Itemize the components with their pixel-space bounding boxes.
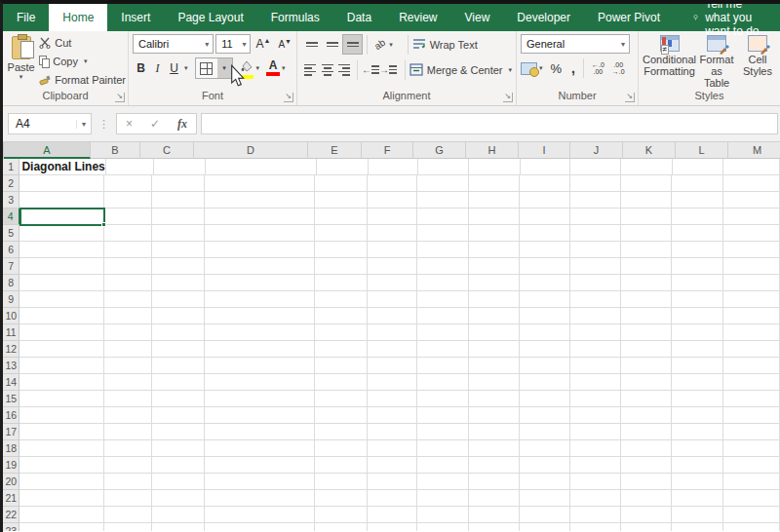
row-header-10[interactable]: 10 <box>3 308 20 324</box>
cell-K14[interactable] <box>621 374 672 391</box>
cell-L22[interactable] <box>672 507 722 523</box>
cell-M14[interactable] <box>723 374 780 391</box>
cell-I4[interactable] <box>520 209 569 225</box>
row-header-15[interactable]: 15 <box>3 391 20 407</box>
cell-K2[interactable] <box>621 175 672 192</box>
cell-I9[interactable] <box>520 291 569 308</box>
cell-L15[interactable] <box>672 391 722 407</box>
cell-M9[interactable] <box>723 291 780 308</box>
cell-I5[interactable] <box>520 225 569 242</box>
cell-E20[interactable] <box>315 474 367 490</box>
top-align-button[interactable] <box>301 34 322 55</box>
cell-J2[interactable] <box>570 175 621 192</box>
cell-E11[interactable] <box>315 324 367 341</box>
cell-F6[interactable] <box>368 242 417 258</box>
cell-G5[interactable] <box>417 225 468 242</box>
cell-M7[interactable] <box>723 258 780 275</box>
fill-handle[interactable] <box>101 222 106 227</box>
cell-B14[interactable] <box>104 374 153 391</box>
column-header-M[interactable]: M <box>728 142 780 159</box>
cell-I10[interactable] <box>520 308 569 324</box>
column-header-D[interactable]: D <box>194 142 308 159</box>
cell-B2[interactable] <box>104 175 153 192</box>
increase-decimal-button[interactable]: ←.0 .00 <box>588 61 608 75</box>
cell-L7[interactable] <box>672 258 722 275</box>
cell-G2[interactable] <box>417 175 468 192</box>
cell-J13[interactable] <box>570 358 621 374</box>
row-header-9[interactable]: 9 <box>3 291 20 308</box>
row-header-23[interactable]: 23 <box>3 523 20 531</box>
cell-B4[interactable] <box>104 209 153 225</box>
cell-J17[interactable] <box>570 424 621 440</box>
cell-H17[interactable] <box>469 424 520 440</box>
cell-J10[interactable] <box>570 308 621 324</box>
cell-K5[interactable] <box>621 225 672 242</box>
cell-A9[interactable] <box>20 291 103 308</box>
cell-H16[interactable] <box>469 407 520 424</box>
select-all-corner[interactable] <box>3 142 4 159</box>
cell-B18[interactable] <box>104 440 153 457</box>
cell-L1[interactable] <box>673 159 723 175</box>
cell-C2[interactable] <box>152 175 204 192</box>
font-size-dropdown-arrow[interactable]: ▾ <box>238 40 250 49</box>
cell-J8[interactable] <box>570 275 621 291</box>
cell-A23[interactable] <box>20 523 103 531</box>
cell-M22[interactable] <box>723 507 780 523</box>
row-header-5[interactable]: 5 <box>3 225 20 242</box>
cell-H10[interactable] <box>469 308 520 324</box>
cell-F10[interactable] <box>368 308 417 324</box>
font-name-dropdown-arrow[interactable]: ▾ <box>201 40 213 49</box>
cell-D3[interactable] <box>205 192 316 209</box>
cell-C19[interactable] <box>152 457 204 474</box>
cell-H21[interactable] <box>469 490 520 507</box>
cell-A16[interactable] <box>20 407 103 424</box>
cell-L8[interactable] <box>672 275 722 291</box>
cell-D23[interactable] <box>205 523 316 531</box>
number-format-combo[interactable]: General ▾ <box>521 34 630 54</box>
cell-J1[interactable] <box>570 159 621 175</box>
cell-B12[interactable] <box>104 341 153 358</box>
cell-D19[interactable] <box>205 457 316 474</box>
cell-E15[interactable] <box>315 391 367 407</box>
cell-K1[interactable] <box>621 159 672 175</box>
cell-G8[interactable] <box>417 275 468 291</box>
column-header-K[interactable]: K <box>623 142 676 159</box>
row-header-14[interactable]: 14 <box>3 374 20 391</box>
format-painter-button[interactable]: Format Painter <box>39 71 126 89</box>
column-header-G[interactable]: G <box>413 142 466 159</box>
cell-K16[interactable] <box>621 407 672 424</box>
cell-M11[interactable] <box>723 324 780 341</box>
cell-H15[interactable] <box>469 391 520 407</box>
cell-A5[interactable] <box>20 225 103 242</box>
cell-I19[interactable] <box>520 457 569 474</box>
cell-E16[interactable] <box>315 407 367 424</box>
cell-B7[interactable] <box>104 258 153 275</box>
cell-C7[interactable] <box>152 258 204 275</box>
cell-I18[interactable] <box>520 440 569 457</box>
cell-E19[interactable] <box>315 457 367 474</box>
cell-F2[interactable] <box>368 175 417 192</box>
cell-I15[interactable] <box>520 391 569 407</box>
cell-L6[interactable] <box>672 242 722 258</box>
copy-dropdown-arrow[interactable]: ▾ <box>82 57 90 65</box>
cell-L17[interactable] <box>672 424 722 440</box>
cell-C16[interactable] <box>152 407 204 424</box>
paste-dropdown-arrow[interactable]: ▾ <box>18 73 25 81</box>
formula-input[interactable] <box>201 113 778 134</box>
name-box[interactable]: A4 ▾ <box>8 113 92 134</box>
tab-file[interactable]: File <box>3 4 49 31</box>
cell-K10[interactable] <box>621 308 672 324</box>
clipboard-dialog-launcher[interactable]: ↘ <box>115 93 125 102</box>
cell-M2[interactable] <box>723 175 780 192</box>
cell-D8[interactable] <box>205 275 316 291</box>
row-header-21[interactable]: 21 <box>3 490 20 507</box>
cell-G18[interactable] <box>417 440 468 457</box>
cell-G17[interactable] <box>417 424 468 440</box>
cell-D4[interactable] <box>205 209 316 225</box>
cell-F12[interactable] <box>368 341 417 358</box>
cell-G3[interactable] <box>417 192 468 209</box>
cell-K6[interactable] <box>621 242 672 258</box>
cell-F21[interactable] <box>368 490 417 507</box>
cell-G16[interactable] <box>417 407 468 424</box>
cell-C22[interactable] <box>152 507 204 523</box>
